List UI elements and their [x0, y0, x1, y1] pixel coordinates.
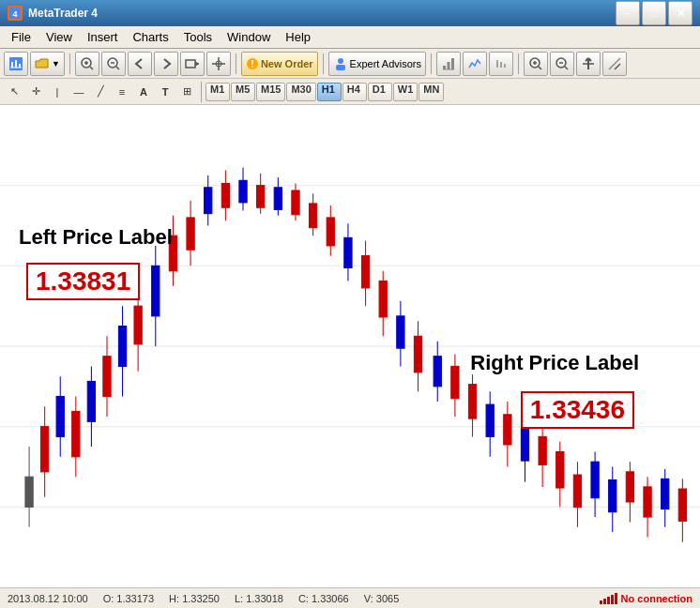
menu-tools[interactable]: Tools: [176, 28, 220, 46]
signal-bars: [600, 593, 617, 604]
app-window: 4 MetaTrader 4 ─ □ ✕ File View Insert Ch…: [0, 0, 700, 608]
close-button[interactable]: ✕: [668, 1, 692, 25]
zoom-in-button[interactable]: [75, 52, 99, 76]
svg-rect-124: [662, 479, 669, 509]
trend-line-tool[interactable]: ╱: [90, 82, 111, 102]
status-low: L: 1.33018: [235, 593, 283, 604]
open-button[interactable]: ▼: [30, 52, 65, 76]
zoom-out-button[interactable]: [101, 52, 126, 76]
tf-m30[interactable]: M30: [286, 83, 315, 101]
expert-advisors-label: Expert Advisors: [350, 58, 421, 69]
app-title: MetaTrader 4: [28, 7, 98, 20]
svg-rect-106: [504, 415, 511, 445]
crosshair-tool[interactable]: ✛: [25, 82, 46, 102]
status-bar: 2013.08.12 10:00 O: 1.33173 H: 1.33250 L…: [0, 587, 700, 608]
svg-rect-118: [609, 479, 616, 511]
svg-line-41: [609, 58, 620, 69]
status-datetime: 2013.08.12 10:00: [8, 593, 88, 604]
svg-rect-74: [221, 184, 229, 208]
chart-area[interactable]: Left Price Label 1.33831 Right Price Lab…: [0, 105, 700, 587]
status-volume: V: 3065: [364, 593, 400, 604]
svg-rect-14: [186, 60, 195, 68]
svg-rect-120: [626, 472, 633, 502]
svg-rect-64: [134, 306, 142, 344]
svg-rect-76: [239, 180, 247, 203]
menu-window[interactable]: Window: [220, 28, 278, 46]
zoom-minus-button[interactable]: [550, 52, 574, 76]
right-price-value: 1.33436: [530, 395, 625, 424]
svg-rect-116: [591, 462, 599, 498]
indicators-button[interactable]: [602, 52, 627, 76]
line-chart-button[interactable]: [489, 52, 513, 76]
expert-advisors-button[interactable]: Expert Advisors: [328, 52, 426, 76]
toolbar2: ↖ ✛ | — ╱ ≡ A T ⊞ M1 M5 M15 M30 H1 H4 D1…: [0, 79, 700, 105]
svg-rect-86: [327, 218, 334, 246]
menu-view[interactable]: View: [38, 28, 80, 46]
svg-rect-78: [257, 186, 265, 208]
connection-area: No connection: [600, 593, 692, 604]
svg-rect-50: [25, 477, 33, 507]
svg-rect-60: [103, 357, 111, 397]
toolbar1: ▼ ! New Order Expert Advisors: [0, 49, 700, 79]
text-tool[interactable]: A: [133, 82, 154, 102]
separator2: [236, 53, 236, 74]
tf-m1[interactable]: M1: [205, 83, 230, 101]
history-center-button[interactable]: [436, 52, 461, 76]
open-icon: [35, 56, 50, 71]
svg-rect-100: [451, 366, 459, 398]
zoom-plus-button[interactable]: [524, 52, 548, 76]
new-chart-icon: [8, 56, 23, 71]
fibonacci-tool[interactable]: ⊞: [176, 82, 197, 102]
horizontal-line-tool[interactable]: —: [68, 82, 89, 102]
auto-scroll-button[interactable]: [180, 52, 205, 76]
menu-charts[interactable]: Charts: [125, 28, 175, 46]
vertical-line-tool[interactable]: |: [47, 82, 68, 102]
separate-window-button[interactable]: [576, 52, 601, 76]
tf-h1[interactable]: H1: [317, 83, 342, 101]
svg-rect-56: [72, 412, 80, 457]
crosshair-button[interactable]: [206, 52, 231, 76]
ticks-button[interactable]: [463, 52, 487, 76]
left-price-label-text: Left Price Label: [19, 225, 173, 250]
svg-rect-88: [344, 237, 352, 267]
svg-line-12: [116, 67, 119, 69]
menu-insert[interactable]: Insert: [80, 28, 126, 46]
scroll-left-button[interactable]: [128, 52, 152, 76]
candlestick-chart: [0, 105, 700, 587]
svg-rect-84: [309, 204, 316, 228]
svg-rect-96: [414, 336, 421, 372]
tf-h4[interactable]: H4: [342, 83, 367, 101]
svg-text:4: 4: [12, 9, 17, 19]
svg-rect-70: [187, 218, 194, 250]
separator1: [69, 53, 70, 74]
new-order-button[interactable]: ! New Order: [241, 52, 318, 76]
cursor-tool[interactable]: ↖: [4, 82, 24, 102]
label-tool[interactable]: T: [155, 82, 175, 102]
eq-channel-tool[interactable]: ≡: [112, 82, 132, 102]
title-bar: 4 MetaTrader 4 ─ □ ✕: [0, 0, 700, 26]
svg-rect-24: [451, 58, 454, 69]
tf-m15[interactable]: M15: [256, 83, 285, 101]
scroll-right-button[interactable]: [154, 52, 178, 76]
separator3: [323, 53, 324, 74]
tf-d1[interactable]: D1: [368, 83, 392, 101]
tf-mn[interactable]: MN: [418, 83, 444, 101]
tf-m5[interactable]: M5: [231, 83, 255, 101]
svg-rect-126: [678, 489, 686, 521]
menu-file[interactable]: File: [4, 28, 38, 46]
svg-line-34: [565, 67, 568, 69]
svg-rect-62: [118, 327, 126, 367]
maximize-button[interactable]: □: [642, 1, 666, 25]
minimize-button[interactable]: ─: [616, 1, 640, 25]
svg-rect-22: [443, 66, 446, 69]
tf-separator: [201, 82, 202, 102]
right-price-box: 1.33436: [521, 391, 634, 429]
menu-help[interactable]: Help: [278, 28, 318, 46]
tf-w1[interactable]: W1: [393, 83, 418, 101]
svg-rect-102: [468, 385, 476, 418]
svg-line-8: [90, 67, 93, 69]
app-icon: 4: [8, 6, 23, 21]
svg-rect-23: [447, 62, 449, 69]
new-chart-button[interactable]: [4, 52, 28, 76]
svg-rect-110: [539, 436, 546, 464]
